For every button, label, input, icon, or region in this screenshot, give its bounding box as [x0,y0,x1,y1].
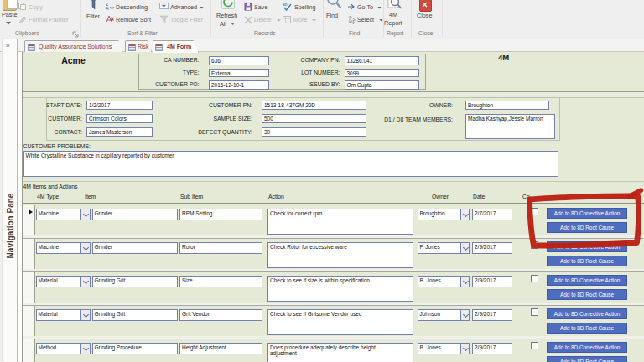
svg-text:A: A [106,6,109,10]
svg-text:ab: ab [283,2,288,7]
